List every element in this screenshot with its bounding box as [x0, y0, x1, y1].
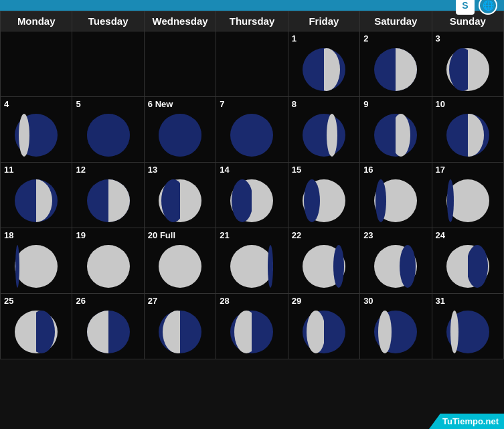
cell-date: 27	[145, 294, 161, 308]
svg-point-54	[232, 179, 253, 222]
moon-image	[371, 111, 420, 162]
header-icons: S 🌐	[456, 0, 497, 15]
globe-icon[interactable]: 🌐	[479, 0, 497, 15]
calendar-cell: 17	[432, 163, 504, 228]
calendar-cell: 26	[72, 294, 144, 359]
moon-image	[228, 308, 276, 359]
svg-point-29	[303, 114, 345, 157]
calendar-cell: 19	[72, 228, 144, 294]
moon-image	[156, 242, 204, 293]
moon-image	[300, 111, 348, 162]
cell-date: 13	[145, 163, 161, 177]
calendar-cell: 9	[360, 97, 432, 163]
calendar-cell: 24	[432, 228, 504, 294]
calendar-cell: 28	[216, 294, 288, 359]
calendar-cell: 8	[288, 97, 360, 163]
cell-date: 22	[288, 228, 305, 242]
svg-point-23	[159, 114, 201, 157]
cell-date: 14	[216, 163, 232, 177]
moon-image	[444, 177, 492, 228]
day-header-thursday: Thursday	[216, 11, 288, 31]
moon-image	[300, 242, 348, 293]
calendar-cell: 30	[360, 294, 432, 359]
calendar-cell: 14	[216, 163, 288, 228]
moon-image	[444, 46, 492, 96]
moon-image	[156, 111, 204, 162]
cell-date: 19	[72, 228, 88, 242]
moon-image	[300, 46, 348, 96]
moon-image	[12, 308, 60, 359]
calendar: MondayTuesdayWednesdayThursdayFridaySatu…	[0, 11, 504, 359]
cell-date: 16	[360, 163, 376, 177]
cell-date: 10	[432, 97, 448, 111]
moon-image	[12, 177, 60, 228]
moon-image	[228, 111, 276, 162]
svg-point-80	[268, 245, 273, 288]
s-icon[interactable]: S	[456, 0, 475, 15]
cell-date: 20 Full	[145, 228, 179, 242]
svg-point-76	[159, 245, 201, 288]
svg-point-120	[450, 311, 458, 353]
moon-image	[444, 111, 492, 162]
day-header-saturday: Saturday	[360, 11, 432, 31]
day-header-wednesday: Wednesday	[145, 11, 216, 31]
svg-point-88	[400, 245, 416, 288]
day-header-monday: Monday	[1, 11, 72, 31]
calendar-cell: 31	[432, 294, 504, 359]
moon-image	[371, 46, 420, 96]
cell-date: 18	[1, 228, 17, 242]
svg-point-73	[87, 245, 130, 288]
cell-date: 11	[1, 163, 17, 177]
moon-image	[84, 177, 133, 228]
calendar-cell: 5	[72, 97, 144, 163]
moon-image	[300, 177, 348, 228]
cell-date: 31	[432, 294, 448, 308]
svg-point-30	[327, 114, 337, 157]
calendar-cell: 25	[1, 294, 72, 359]
cell-date: 28	[216, 294, 232, 308]
moon-image	[228, 242, 276, 293]
cell-date: 8	[288, 97, 300, 111]
cell-date: 17	[432, 163, 448, 177]
cell-date: 6 New	[145, 97, 177, 111]
moon-image	[444, 242, 492, 293]
cell-date: 25	[1, 294, 17, 308]
calendar-cell: 15	[288, 163, 360, 228]
svg-point-69	[15, 245, 58, 288]
moon-image	[156, 177, 204, 228]
calendar-cell: 10	[432, 97, 504, 163]
moon-image	[84, 111, 133, 162]
svg-point-19	[87, 114, 130, 157]
calendar-cell: 27	[145, 294, 216, 359]
calendar-cell: 6 New	[145, 97, 216, 163]
calendar-cell: 4	[1, 97, 72, 163]
svg-point-79	[230, 245, 273, 288]
calendar-cell: 18	[1, 228, 72, 294]
calendar-cell: 7	[216, 97, 288, 163]
cell-date: 2	[360, 31, 371, 46]
calendar-cell: 22	[288, 228, 360, 294]
moon-image	[371, 242, 420, 293]
cell-date: 21	[216, 228, 232, 242]
calendar-cell: 20 Full	[145, 228, 216, 294]
calendar-cell	[145, 31, 216, 97]
moon-image	[371, 177, 420, 228]
svg-point-70	[15, 245, 19, 288]
calendar-cell: 29	[288, 294, 360, 359]
cell-date: 26	[72, 294, 88, 308]
moon-image	[84, 308, 133, 359]
calendar-cell: 12	[72, 163, 144, 228]
moon-image	[12, 242, 60, 293]
cell-date: 4	[1, 97, 12, 111]
day-header-tuesday: Tuesday	[72, 11, 144, 31]
moon-image	[444, 308, 492, 359]
calendar-cell: 13	[145, 163, 216, 228]
day-header-friday: Friday	[288, 11, 360, 31]
calendar-cell: 3	[432, 31, 504, 97]
moon-image	[371, 308, 420, 359]
svg-point-112	[307, 311, 325, 353]
cell-date: 12	[72, 163, 88, 177]
header: S 🌐	[0, 0, 504, 11]
cell-date: 3	[432, 31, 444, 46]
calendar-cell: 23	[360, 228, 432, 294]
